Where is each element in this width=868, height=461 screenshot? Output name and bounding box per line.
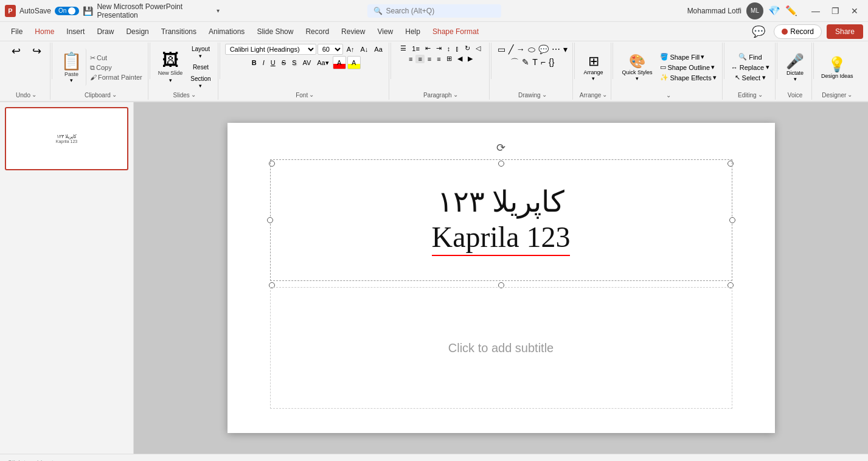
smart-art-button[interactable]: ⊞ bbox=[444, 54, 454, 63]
arrange-button[interactable]: ⊞ Arrange ▾ bbox=[580, 52, 607, 83]
font-name-select[interactable]: Calibri Light (Headings) bbox=[225, 44, 316, 55]
shapes-expand[interactable]: ▾ bbox=[562, 44, 569, 55]
shape-bracket[interactable]: {} bbox=[547, 57, 555, 69]
undo-expand[interactable]: ⌄ bbox=[32, 91, 36, 98]
undo-button[interactable]: ↩ bbox=[6, 44, 26, 58]
title-textbox[interactable]: کاپریلا ۱۲۳ Kaprila 123 bbox=[270, 159, 732, 281]
find-button[interactable]: 🔍Find bbox=[737, 52, 763, 61]
canvas-area[interactable]: ⟳ کاپریلا ۱۲۳ Kaprila 123 Click to add s… bbox=[134, 102, 868, 454]
slide-title-latin[interactable]: Kaprila 123 bbox=[432, 220, 571, 256]
align-left-button[interactable]: ≡ bbox=[406, 55, 415, 63]
paragraph-expand[interactable]: ⌄ bbox=[453, 91, 458, 98]
underline-button[interactable]: U bbox=[268, 58, 278, 67]
reset-button[interactable]: Reset bbox=[187, 62, 214, 72]
strikethrough-button[interactable]: S bbox=[279, 58, 288, 67]
styles-expand-icon[interactable]: ⌄ bbox=[666, 91, 671, 99]
font-color-button[interactable]: A bbox=[333, 56, 346, 69]
handle-ml[interactable] bbox=[267, 217, 273, 223]
align-right-button[interactable]: ≡ bbox=[425, 55, 434, 63]
rtl-button[interactable]: ◁ bbox=[473, 44, 483, 53]
font-size-select[interactable]: 60 bbox=[318, 44, 343, 55]
slides-expand[interactable]: ⌄ bbox=[191, 91, 196, 98]
font-expand[interactable]: ⌄ bbox=[309, 91, 314, 98]
notes-bar[interactable]: Click to add notes bbox=[0, 454, 868, 461]
justify-button[interactable]: ≡ bbox=[434, 55, 443, 63]
menu-review[interactable]: Review bbox=[335, 24, 371, 40]
menu-draw[interactable]: Draw bbox=[91, 24, 120, 40]
bold-button[interactable]: B bbox=[249, 58, 259, 67]
search-box[interactable]: 🔍 bbox=[367, 4, 501, 18]
menu-record[interactable]: Record bbox=[299, 24, 335, 40]
clipboard-expand[interactable]: ⌄ bbox=[112, 91, 117, 98]
menu-slideshow[interactable]: Slide Show bbox=[251, 24, 299, 40]
menu-view[interactable]: View bbox=[371, 24, 399, 40]
autosave-toggle[interactable]: On bbox=[55, 7, 79, 15]
slide-thumbnail-1[interactable]: 1 کاپریلا ۱۲۳ Kaprila 123 bbox=[5, 107, 128, 170]
handle-mr[interactable] bbox=[729, 217, 735, 223]
shape-effects-button[interactable]: ✨Shape Effects▾ bbox=[658, 73, 718, 82]
restore-button[interactable]: ❐ bbox=[827, 5, 844, 17]
text-rtl2-button[interactable]: ◀ bbox=[455, 54, 465, 63]
shape-arrow[interactable]: → bbox=[515, 44, 526, 55]
slide-canvas[interactable]: ⟳ کاپریلا ۱۲۳ Kaprila 123 Click to add s… bbox=[227, 123, 775, 433]
replace-button[interactable]: ↔Replace▾ bbox=[729, 63, 771, 72]
menu-file[interactable]: File bbox=[5, 24, 29, 40]
search-input[interactable] bbox=[386, 7, 484, 15]
close-button[interactable]: ✕ bbox=[846, 5, 863, 17]
decrease-font-button[interactable]: A↓ bbox=[358, 45, 370, 54]
cut-button[interactable]: ✂Cut bbox=[88, 54, 144, 63]
designer-expand[interactable]: ⌄ bbox=[847, 91, 852, 98]
menu-transitions[interactable]: Transitions bbox=[155, 24, 203, 40]
arrange-expand[interactable]: ⌄ bbox=[602, 91, 607, 98]
shadow-button[interactable]: S bbox=[290, 58, 299, 67]
menu-shape-format[interactable]: Shape Format bbox=[426, 24, 485, 40]
redo-button[interactable]: ↪ bbox=[27, 44, 46, 58]
drawing-expand[interactable]: ⌄ bbox=[542, 91, 547, 98]
shape-callout[interactable]: 💬 bbox=[537, 44, 550, 55]
shape-line[interactable]: ╱ bbox=[507, 44, 515, 55]
dictate-button[interactable]: 🎤 Dictate ▾ bbox=[782, 51, 808, 84]
italic-button[interactable]: I bbox=[260, 58, 267, 67]
decrease-indent-button[interactable]: ⇤ bbox=[423, 44, 433, 53]
subtitle-textbox[interactable]: Click to add subtitle bbox=[270, 287, 732, 409]
text-ltr-button[interactable]: ▶ bbox=[465, 54, 475, 63]
shape-more[interactable]: ⋯ bbox=[550, 44, 561, 55]
shape-connector[interactable]: ⌐ bbox=[540, 57, 547, 69]
shape-fill-button[interactable]: 🪣Shape Fill▾ bbox=[658, 52, 718, 61]
text-highlight-button[interactable]: A bbox=[347, 56, 361, 69]
share-button[interactable]: Share bbox=[827, 24, 863, 39]
copy-button[interactable]: ⧉Copy bbox=[88, 63, 144, 72]
menu-insert[interactable]: Insert bbox=[60, 24, 91, 40]
pen-icon[interactable]: ✏️ bbox=[785, 5, 797, 16]
menu-animations[interactable]: Animations bbox=[203, 24, 251, 40]
shape-oval[interactable]: ⬭ bbox=[527, 44, 536, 55]
menu-home[interactable]: Home bbox=[29, 24, 60, 40]
editing-expand[interactable]: ⌄ bbox=[758, 91, 763, 98]
shape-outline-button[interactable]: ▭Shape Outline▾ bbox=[658, 63, 718, 72]
text-direction-button[interactable]: ↻ bbox=[462, 44, 473, 53]
record-button[interactable]: Record bbox=[774, 24, 822, 39]
minimize-button[interactable]: — bbox=[807, 5, 824, 17]
avatar[interactable]: ML bbox=[746, 2, 763, 19]
shape-rect[interactable]: ▭ bbox=[496, 44, 507, 55]
section-button[interactable]: Section▾ bbox=[187, 74, 214, 91]
quick-styles-button[interactable]: 🎨 Quick Styles ▾ bbox=[618, 52, 656, 83]
line-spacing-button[interactable]: ↕ bbox=[445, 44, 453, 53]
rotate-handle[interactable]: ⟳ bbox=[496, 141, 505, 154]
diamond-icon[interactable]: 💎 bbox=[768, 5, 780, 16]
char-spacing-button[interactable]: A‌V bbox=[300, 58, 313, 67]
design-ideas-button[interactable]: 💡 Design Ideas bbox=[819, 54, 856, 81]
shape-curve[interactable]: ⌒ bbox=[509, 57, 520, 69]
save-icon[interactable]: 💾 bbox=[83, 6, 93, 16]
new-slide-button[interactable]: 🖼 New Slide ▾ bbox=[155, 50, 186, 85]
select-button[interactable]: ↖Select▾ bbox=[733, 73, 768, 82]
columns-button[interactable]: ⫿ bbox=[453, 44, 462, 53]
format-painter-button[interactable]: 🖌Format Painter bbox=[88, 73, 144, 81]
font-case-button[interactable]: Aa▾ bbox=[314, 58, 331, 68]
align-center-button[interactable]: ≡ bbox=[415, 55, 424, 63]
shape-textbox[interactable]: T bbox=[531, 57, 539, 69]
bullets-button[interactable]: ☰ bbox=[398, 44, 409, 53]
menu-help[interactable]: Help bbox=[399, 24, 426, 40]
numbering-button[interactable]: 1≡ bbox=[409, 44, 422, 53]
increase-indent-button[interactable]: ⇥ bbox=[434, 44, 444, 53]
